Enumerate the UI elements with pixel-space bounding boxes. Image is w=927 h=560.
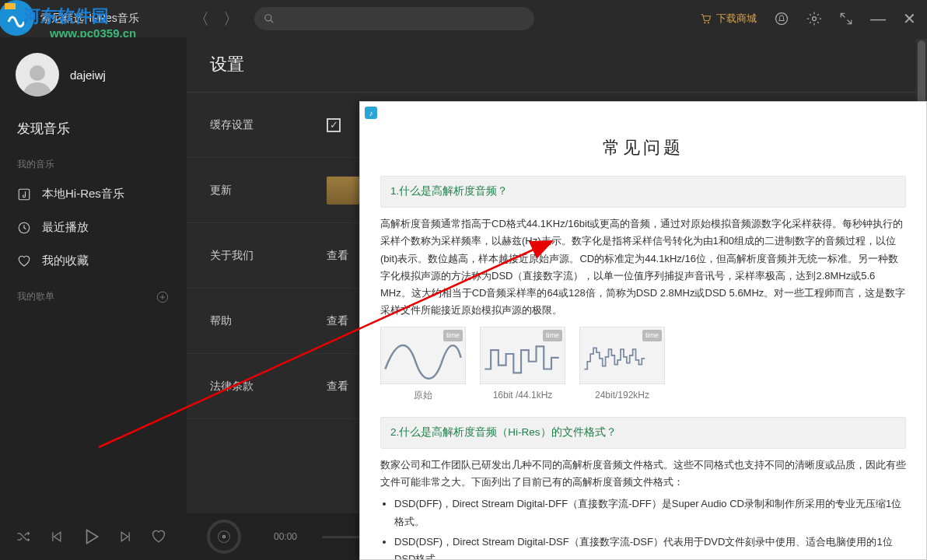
svg-point-4: [776, 13, 788, 25]
sidebar-item-label: 我的收藏: [42, 254, 89, 268]
search-icon: [264, 13, 275, 24]
svg-line-1: [271, 20, 274, 23]
svg-rect-9: [19, 189, 30, 200]
faq-answer-1: 高解析度音频通常指高于CD格式44.1KHz/16bit或更高的音频，通过对原始…: [380, 215, 906, 319]
page-title: 设置: [187, 37, 927, 92]
avatar[interactable]: [16, 53, 59, 96]
sidebar-item-label: 本地Hi-Res音乐: [42, 187, 124, 201]
bell-icon[interactable]: [774, 11, 789, 26]
shuffle-icon[interactable]: [16, 529, 31, 544]
username: dajeiwj: [70, 68, 106, 82]
minimize-button[interactable]: —: [870, 10, 886, 28]
store-label: 下载商城: [716, 12, 757, 26]
album-art[interactable]: [207, 520, 241, 554]
faq-question-1: 1.什么是高解析度音频？: [380, 176, 906, 208]
faq-format-list: DSD(DFF)，Direct Stream Digital-DFF（直接数字流…: [380, 495, 906, 559]
svg-point-0: [265, 15, 271, 21]
close-button[interactable]: ✕: [903, 9, 916, 28]
expand-icon[interactable]: [839, 12, 853, 26]
view-link[interactable]: 查看: [327, 314, 348, 328]
play-icon[interactable]: [81, 527, 101, 547]
discover-music[interactable]: 发现音乐: [0, 112, 187, 145]
checkbox-icon[interactable]: ✓: [327, 118, 341, 132]
update-button[interactable]: [327, 177, 359, 205]
clock-icon: [17, 221, 31, 235]
faq-title: 常见问题: [380, 128, 906, 176]
view-link[interactable]: 查看: [327, 249, 348, 263]
search-input[interactable]: [254, 7, 534, 30]
sidebar-item-recent[interactable]: 最近播放: [0, 211, 187, 244]
app-title: 索尼精选Hi-Res音乐: [40, 12, 139, 26]
svg-point-2: [704, 22, 705, 23]
faq-window: ♪ 常见问题 1.什么是高解析度音频？ 高解析度音频通常指高于CD格式44.1K…: [359, 101, 927, 560]
my-playlist-label: 我的歌单: [0, 278, 187, 310]
like-icon[interactable]: [151, 529, 166, 544]
add-playlist-icon[interactable]: [156, 290, 170, 304]
faq-question-2: 2.什么是高解析度音频（Hi-Res）的文件格式？: [380, 417, 906, 449]
svg-point-5: [813, 17, 817, 21]
sidebar-item-label: 最近播放: [42, 220, 89, 235]
svg-point-8: [30, 65, 45, 81]
nav-forward-icon[interactable]: 〉: [223, 9, 239, 30]
heart-icon: [17, 254, 31, 268]
sidebar-item-local[interactable]: 本地Hi-Res音乐: [0, 177, 187, 211]
faq-app-icon: ♪: [365, 107, 377, 119]
next-icon[interactable]: [118, 529, 134, 544]
time-elapsed: 00:00: [274, 531, 297, 542]
nav-back-icon[interactable]: 〈: [194, 9, 209, 30]
prev-icon[interactable]: [48, 529, 64, 544]
cart-icon: [699, 12, 712, 25]
view-link[interactable]: 查看: [327, 380, 348, 394]
svg-point-3: [708, 22, 709, 23]
faq-answer-2-intro: 数家公司和工作团队已研发出几种不同的高解析度音频文件格式。这些不同格式也支持不同…: [380, 457, 906, 491]
waveform-comparison: time 原始 time 16bit /44.1kHz time 24bit/1…: [380, 327, 906, 403]
gear-icon[interactable]: [806, 11, 822, 26]
sidebar-item-favorites[interactable]: 我的收藏: [0, 244, 187, 278]
sidebar: dajeiwj 发现音乐 我的音乐 本地Hi-Res音乐 最近播放 我的收藏 我…: [0, 37, 187, 513]
store-button[interactable]: 下载商城: [699, 12, 757, 26]
music-note-icon: [17, 187, 31, 201]
svg-point-13: [222, 535, 225, 537]
my-music-label: 我的音乐: [0, 145, 187, 177]
